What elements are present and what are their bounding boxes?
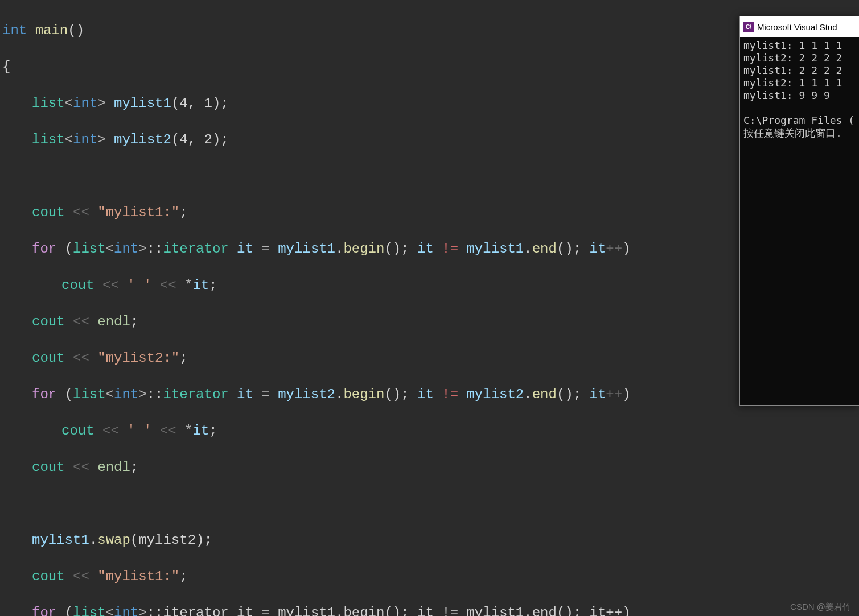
watermark: CSDN @姜君竹 xyxy=(790,602,851,613)
code-line: cout << endl; xyxy=(2,313,859,331)
code-line: cout << "mylist2:"; xyxy=(2,349,859,367)
code-line xyxy=(2,167,859,185)
console-titlebar[interactable]: C\ Microsoft Visual Stud xyxy=(740,16,859,37)
code-line: cout << ' ' << *it; xyxy=(2,276,859,295)
code-line: list<int> mylist2(4, 2); xyxy=(2,131,859,149)
console-title: Microsoft Visual Stud xyxy=(757,22,837,32)
code-line: { xyxy=(2,58,859,76)
code-line: for (list<int>::iterator it = mylist1.be… xyxy=(2,240,859,258)
code-line: cout << endl; xyxy=(2,458,859,477)
code-line xyxy=(2,495,859,513)
code-line: mylist1.swap(mylist2); xyxy=(2,531,859,549)
visual-studio-icon: C\ xyxy=(743,22,754,32)
code-editor[interactable]: int main() { list<int> mylist1(4, 1); li… xyxy=(0,0,859,616)
code-line: for (list<int>::iterator it = mylist2.be… xyxy=(2,386,859,404)
code-line: for (list<int>::iterator it = mylist1.be… xyxy=(2,604,859,616)
code-line: cout << "mylist1:"; xyxy=(2,204,859,222)
code-line: int main() xyxy=(2,22,859,40)
console-output: mylist1: 1 1 1 1 mylist2: 2 2 2 2 mylist… xyxy=(740,37,859,142)
code-line: cout << ' ' << *it; xyxy=(2,422,859,440)
console-window[interactable]: C\ Microsoft Visual Stud mylist1: 1 1 1 … xyxy=(739,16,859,406)
code-line: list<int> mylist1(4, 1); xyxy=(2,94,859,113)
code-line: cout << "mylist1:"; xyxy=(2,568,859,586)
